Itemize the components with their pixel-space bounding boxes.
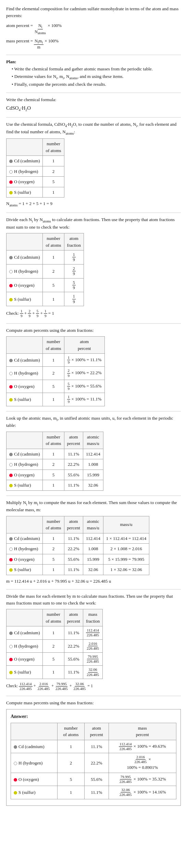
divider-4 xyxy=(6,213,181,213)
cd-dot-5 xyxy=(9,537,13,541)
frac-n-h: 2 xyxy=(43,264,64,278)
mm-el-o: O (oxygen) xyxy=(7,554,43,565)
am-el-h: H (hydrogen) xyxy=(7,459,43,470)
am-n-o: 5 xyxy=(43,470,64,480)
divider-1 xyxy=(6,55,181,55)
mf-pct-s: 11.1% xyxy=(64,666,83,679)
col-num-atoms-1: numberof atoms xyxy=(43,139,64,156)
element-h-1: H (hydrogen) xyxy=(7,166,43,177)
ap-val-o: 59 × 100% = 55.6% xyxy=(64,380,104,393)
cd-dot-4 xyxy=(9,453,13,456)
atomic-mass-text: Look up the atomic mass, mi, in unified … xyxy=(6,415,181,429)
mm-col-el xyxy=(7,516,43,533)
am-pct-cd: 11.1% xyxy=(64,449,83,459)
plan-title: Plan: xyxy=(6,58,181,65)
o-dot-5 xyxy=(9,558,13,561)
table-row: S (sulfur) 1 11.1% 32.06 xyxy=(7,480,103,491)
mp-el-h: H (hydrogen) xyxy=(11,753,58,773)
am-el-s: S (sulfur) xyxy=(7,480,43,491)
ap-n-h: 2 xyxy=(43,367,64,380)
mp-val-o: 79.995226.485 × 100% = 35.32% xyxy=(109,773,176,786)
frac-el-s: S (sulfur) xyxy=(7,292,43,306)
formula-display: CdSO4·H2O xyxy=(6,104,181,112)
table-row: H (hydrogen) 2 22.2% 2.016226.485 ×100% … xyxy=(11,753,176,773)
mass-fraction-section: Divide the mass for each element by m to… xyxy=(6,593,181,691)
mm-col-pct: atompercent xyxy=(64,516,83,533)
mm-calc-o: 5 × 15.999 = 79.995 xyxy=(103,554,149,565)
mf-val-o: 79.995226.485 xyxy=(83,652,102,665)
table-row: H (hydrogen) 2 22.2% 2.016226.485 xyxy=(7,639,103,652)
ap-n-o: 5 xyxy=(43,380,64,393)
mp-col-mass: masspercent xyxy=(109,723,176,740)
table-row: H (hydrogen) 2 29 xyxy=(7,264,84,278)
am-mass-s: 32.06 xyxy=(83,480,103,491)
frac-n-s: 1 xyxy=(43,292,64,306)
mf-pct-cd: 11.1% xyxy=(64,626,83,639)
mf-n-cd: 1 xyxy=(43,626,64,639)
table-row: H (hydrogen) 2 22.2% 1.008 2 × 1.008 = 2… xyxy=(7,544,149,554)
mm-n-o: 5 xyxy=(43,554,64,565)
divider-5 xyxy=(6,323,181,324)
table-row: Cd (cadmium) 1 11.1% 112.414226.485 xyxy=(7,626,103,639)
mass-fraction-check: Check: 112.414226.485 + 2.016226.485 + 7… xyxy=(6,682,181,691)
mp-el-cd: Cd (cadmium) xyxy=(11,740,58,753)
table-row: S (sulfur) 1 11.1% 32.06226.485 × 100% =… xyxy=(11,786,176,799)
am-col-n: numberof atoms xyxy=(43,432,64,449)
n-atoms-total: Natoms = 1 + 2 + 5 + 1 = 9 xyxy=(6,200,181,208)
fraction-check: Check: 19 + 29 + 59 + 19 = 1 xyxy=(6,309,181,318)
table-row: Cd (cadmium) 1 19 xyxy=(7,250,84,265)
mm-el-cd: Cd (cadmium) xyxy=(7,533,43,544)
am-n-cd: 1 xyxy=(43,449,64,459)
table-row: O (oxygen) 5 59 xyxy=(7,278,84,292)
frac-el-cd: Cd (cadmium) xyxy=(7,250,43,265)
am-col-pct: atompercent xyxy=(64,432,83,449)
molecular-mass-section: Multiply Ni by mi to compute the mass fo… xyxy=(6,499,181,585)
mm-calc-s: 1 × 32.06 = 32.06 xyxy=(103,565,149,575)
o-dot-4 xyxy=(9,474,13,477)
formula-label: Write the chemical formula: xyxy=(6,96,181,103)
mass-percent-table: numberof atoms atompercent masspercent C… xyxy=(11,723,176,799)
mass-fraction-table: numberof atoms atompercent massfraction … xyxy=(6,609,103,679)
mass-pct-text: Compute mass percents using the mass fra… xyxy=(6,700,181,706)
intro-section: Find the elemental composition for cadmi… xyxy=(6,5,181,50)
ap-col-el xyxy=(7,337,43,354)
table-row: S (sulfur) 1 19 xyxy=(7,292,84,306)
o-n-1: 5 xyxy=(43,177,64,187)
frac-n-o: 5 xyxy=(43,278,64,292)
plan-item-2: Determine values for Ni, mi, Natoms, and… xyxy=(9,73,181,81)
mm-mass-s: 32.06 xyxy=(83,565,103,575)
frac-col-n: numberof atoms xyxy=(43,233,64,250)
s-dot-1 xyxy=(9,191,13,194)
mp-n-cd: 1 xyxy=(57,740,84,753)
mf-n-h: 2 xyxy=(43,639,64,652)
mm-calc-h: 2 × 1.008 = 2.016 xyxy=(103,544,149,554)
plan-section: Plan: Write the chemical formula and gat… xyxy=(6,58,181,88)
fraction-table: numberof atoms atomfraction Cd (cadmium)… xyxy=(6,233,84,306)
table-row: S (sulfur) 1 19 × 100% = 11.1% xyxy=(7,393,105,406)
frac-n-cd: 1 xyxy=(43,250,64,265)
mp-n-h: 2 xyxy=(57,753,84,773)
ap-col-pct: atompercent xyxy=(64,337,104,354)
mm-el-h: H (hydrogen) xyxy=(7,544,43,554)
h-dot-1 xyxy=(9,170,13,174)
divider-8 xyxy=(6,589,181,589)
mm-n-h: 2 xyxy=(43,544,64,554)
mf-el-o: O (oxygen) xyxy=(7,652,43,665)
divider-9 xyxy=(6,696,181,696)
mm-pct-cd: 11.1% xyxy=(64,533,83,544)
mf-col-frac: massfraction xyxy=(83,609,102,626)
table-row: Cd (cadmium) 1 11.1% 112.414 xyxy=(7,449,103,459)
am-mass-cd: 112.414 xyxy=(83,449,103,459)
o-dot-7 xyxy=(14,778,17,782)
atom-percent-table: numberof atoms atompercent Cd (cadmium) … xyxy=(6,336,105,406)
atomic-mass-table: numberof atoms atompercent atomicmass/u … xyxy=(6,432,103,491)
mf-n-s: 1 xyxy=(43,666,64,679)
ap-val-cd: 19 × 100% = 11.1% xyxy=(64,354,104,367)
ap-el-h: H (hydrogen) xyxy=(7,367,43,380)
am-col-mass: atomicmass/u xyxy=(83,432,103,449)
am-pct-h: 22.2% xyxy=(64,459,83,470)
answer-title: Answer: xyxy=(11,713,176,720)
s-n-1: 1 xyxy=(43,187,64,198)
mf-pct-o: 55.6% xyxy=(64,652,83,665)
molecular-mass-total: m = 112.414 u + 2.016 u + 79.995 u + 32.… xyxy=(6,578,181,585)
